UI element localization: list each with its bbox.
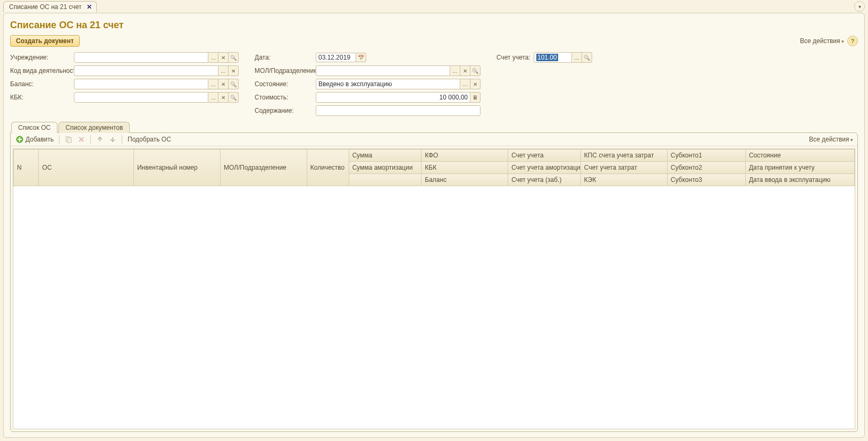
col-account-zab[interactable]: Счет учета (заб.) <box>508 174 581 186</box>
close-icon[interactable]: ✕ <box>87 3 92 11</box>
clear-icon[interactable]: ✕ <box>218 79 229 89</box>
col-subconto3[interactable]: Субконто3 <box>667 174 745 186</box>
calculator-icon[interactable] <box>470 92 481 103</box>
clear-icon[interactable]: ✕ <box>218 92 229 103</box>
ellipsis-icon[interactable]: … <box>572 52 582 63</box>
col-account-amort[interactable]: Счет учета амортизации <box>508 162 581 174</box>
copy-button[interactable] <box>64 135 73 144</box>
col-kfo[interactable]: КФО <box>422 149 508 162</box>
clear-icon[interactable]: ✕ <box>218 52 229 63</box>
window-tab[interactable]: Списание ОС на 21 счет ✕ <box>3 1 97 12</box>
delete-icon <box>78 136 85 143</box>
clear-icon[interactable]: ✕ <box>460 65 470 76</box>
ellipsis-icon[interactable]: … <box>208 92 218 103</box>
col-mol[interactable]: МОЛ/Подразделение <box>220 149 307 186</box>
col-inv-no[interactable]: Инвентарный номер <box>133 149 220 186</box>
main-panel: Списание ОС на 21 счет Создать документ … <box>3 13 865 438</box>
date-input[interactable] <box>316 53 356 62</box>
create-document-button[interactable]: Создать документ <box>10 35 80 47</box>
tab-body: Добавить <box>10 132 858 432</box>
clear-icon[interactable]: ✕ <box>470 79 481 89</box>
label-content: Содержание: <box>255 107 316 114</box>
arrow-up-icon <box>96 136 104 143</box>
window-tab-title: Списание ОС на 21 счет <box>9 3 81 11</box>
plus-icon <box>16 136 23 143</box>
os-table[interactable]: N ОС Инвентарный номер МОЛ/Подразделение… <box>13 148 855 429</box>
tab-os-list[interactable]: Список ОС <box>11 122 57 133</box>
all-actions-dropdown[interactable]: Все действия <box>800 37 844 45</box>
calendar-icon[interactable] <box>356 53 366 62</box>
page-title: Списание ОС на 21 счет <box>10 20 858 31</box>
state-input[interactable] <box>316 79 460 89</box>
col-sum[interactable]: Сумма <box>349 149 422 162</box>
label-kbk: КБК: <box>10 94 74 101</box>
clear-icon[interactable]: ✕ <box>229 65 239 76</box>
col-kps[interactable]: КПС счета учета затрат <box>580 149 667 162</box>
col-subconto2[interactable]: Субконто2 <box>667 162 745 174</box>
label-cost: Стоимость: <box>255 94 316 101</box>
label-account: Счет учета: <box>496 54 534 61</box>
label-date: Дата: <box>255 54 316 61</box>
col-kek[interactable]: КЭК <box>580 174 667 186</box>
window-tabbar: Списание ОС на 21 счет ✕ ▾ <box>3 0 865 13</box>
ellipsis-icon[interactable]: … <box>208 52 218 63</box>
ellipsis-icon[interactable]: … <box>450 65 460 76</box>
add-label: Добавить <box>26 136 54 143</box>
search-icon[interactable] <box>582 52 592 63</box>
activity-code-input[interactable] <box>74 65 218 76</box>
label-mol: МОЛ/Подразделение: <box>255 67 316 74</box>
tab-documents-list[interactable]: Список документов <box>58 122 130 133</box>
col-kbk[interactable]: КБК <box>422 162 508 174</box>
search-icon[interactable] <box>470 65 481 76</box>
ellipsis-icon[interactable]: … <box>208 79 218 89</box>
col-balance[interactable]: Баланс <box>422 174 508 186</box>
mol-input[interactable] <box>316 65 450 76</box>
label-balance: Баланс: <box>10 80 74 88</box>
account-input[interactable]: 101.00 <box>534 52 572 63</box>
label-state: Состояние: <box>255 80 316 88</box>
copy-icon <box>65 136 72 143</box>
svg-rect-2 <box>68 138 71 143</box>
all-actions-table-dropdown[interactable]: Все действия <box>809 136 853 143</box>
inner-tab-row: Список ОС Список документов <box>11 121 858 132</box>
col-accept-date[interactable]: Дата принятия к учету <box>745 162 854 174</box>
col-qty[interactable]: Количество <box>307 149 349 186</box>
col-state[interactable]: Состояние <box>745 149 854 162</box>
institution-input[interactable] <box>74 52 208 63</box>
move-down-button[interactable] <box>108 135 117 144</box>
add-button[interactable]: Добавить <box>15 135 55 144</box>
delete-button[interactable] <box>77 135 86 144</box>
search-icon[interactable] <box>229 52 239 63</box>
collapse-icon[interactable]: ▾ <box>854 1 865 12</box>
label-institution: Учреждение: <box>10 54 74 61</box>
move-up-button[interactable] <box>95 135 105 144</box>
pick-os-button[interactable]: Подобрать ОС <box>127 135 172 144</box>
search-icon[interactable] <box>229 92 239 103</box>
col-account[interactable]: Счет учета <box>508 149 581 162</box>
balance-input[interactable] <box>74 79 208 89</box>
ellipsis-icon[interactable]: … <box>460 79 470 89</box>
col-n[interactable]: N <box>14 149 39 186</box>
content-input[interactable] <box>316 105 481 116</box>
col-subconto1[interactable]: Субконто1 <box>667 149 745 162</box>
col-commission-date[interactable]: Дата ввода в эксплуатацию <box>745 174 854 186</box>
col-account-cost[interactable]: Счет учета затрат <box>580 162 667 174</box>
kbk-input[interactable] <box>74 92 208 103</box>
filter-form: Учреждение: … ✕ Дата: Счет учета: 101.00 <box>10 52 858 116</box>
label-activity-code: Код вида деятельности: <box>10 67 74 74</box>
arrow-down-icon <box>109 136 116 143</box>
ellipsis-icon[interactable]: … <box>218 65 229 76</box>
search-icon[interactable] <box>229 79 239 89</box>
col-sum-amort[interactable]: Сумма амортизации <box>349 162 422 174</box>
cost-input[interactable] <box>316 92 470 103</box>
help-icon[interactable]: ? <box>847 36 858 46</box>
table-header: N ОС Инвентарный номер МОЛ/Подразделение… <box>14 149 855 186</box>
col-os[interactable]: ОС <box>39 149 134 186</box>
